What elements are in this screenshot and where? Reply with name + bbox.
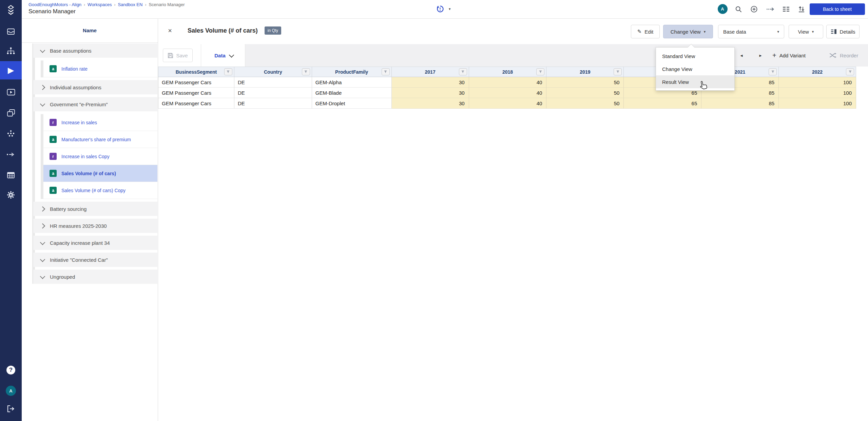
filter-button[interactable] [459,68,467,75]
tree-group-base-assumptions[interactable]: Base assumptions [33,43,157,58]
tree-group-battery-sourcing[interactable]: Battery sourcing [33,202,157,216]
filter-button[interactable] [536,68,544,75]
tree-item-increase-in-sales-copy[interactable]: r Increase in sales Copy [43,148,157,165]
breadcrumb-link[interactable]: GoodEnoughMotors - Align [28,2,81,7]
assumption-type-badge: a [50,187,57,194]
video-icon[interactable] [0,83,22,101]
prev-variant-button[interactable]: ◂ [737,51,746,59]
view-button[interactable]: View ▾ [789,25,823,38]
chevron-down-icon: ▾ [812,30,814,34]
menu-item-result-view[interactable]: Result View [656,75,734,88]
filter-button[interactable] [846,68,854,75]
value-cell[interactable]: 40 [469,77,547,88]
filter-button[interactable] [382,68,390,75]
table-cell: DE [234,88,312,98]
add-variant-button[interactable]: + Add Variant [772,44,806,67]
value-cell[interactable]: 100 [779,88,856,98]
value-cell[interactable]: 50 [546,77,624,88]
list-icon[interactable] [781,4,791,14]
value-cell[interactable]: 30 [392,77,469,88]
menu-item-change-view[interactable]: Change View [656,62,734,75]
assumption-type-badge: a [50,136,57,143]
value-cell[interactable]: 100 [779,77,856,88]
value-cell[interactable]: 100 [779,98,856,109]
breadcrumb: GoodEnoughMotors - Align › Workspaces › … [28,2,185,7]
value-cell[interactable]: 50 [546,88,624,98]
funnel-icon [771,70,775,74]
panel-title: Sales Volume (# of cars) in Qty [188,26,281,35]
tree-group-individual-assumptions[interactable]: Individual assumptions [33,80,157,94]
tree-group-capacity-increase[interactable]: Capacity increase plant 34 [33,236,157,250]
tree-item-increase-in-sales[interactable]: r Increase in sales [43,114,157,131]
filter-button[interactable] [614,68,622,75]
search-icon[interactable] [733,4,744,14]
save-button[interactable]: Save [163,49,193,62]
back-to-sheet-button[interactable]: Back to sheet [810,3,865,15]
edit-button[interactable]: ✎ Edit [631,25,660,38]
arrow-right-icon[interactable] [0,145,22,164]
data-tab[interactable]: Data [205,44,243,67]
reorder-button[interactable]: Reorder [829,44,858,67]
history-control[interactable]: ▾ [436,5,451,13]
change-view-button[interactable]: Change View ▾ [663,25,713,38]
org-chart-icon[interactable] [0,42,22,60]
chevron-down-icon [40,240,45,245]
value-cell[interactable]: 65 [624,98,701,109]
filter-button[interactable] [769,68,777,75]
gear-icon[interactable] [0,186,22,204]
tree-group-ungrouped[interactable]: Ungrouped [33,270,157,284]
chevron-down-icon: ▾ [777,30,779,34]
tree-group-label: Government "e-Premium" [50,102,108,107]
value-cell[interactable]: 40 [469,98,547,109]
sidebar-user-avatar[interactable]: A [0,382,22,400]
slides-copy-icon[interactable] [0,104,22,122]
header-country: Country [234,67,312,77]
assumption-type-badge: r [50,119,57,126]
header-productfamily: ProductFamily [312,67,392,77]
sign-out-icon[interactable] [0,400,22,418]
tree-item-manufacturers-share[interactable]: a Manufacturer's share of premium [43,131,157,148]
jump-arrow-icon[interactable] [766,4,776,14]
tree-item-sales-volume-copy[interactable]: a Sales Volume (# of cars) Copy [43,182,157,199]
help-icon[interactable]: ? [0,361,22,379]
header-2022: 2022 [779,67,856,77]
filter-button[interactable] [224,68,232,75]
chevron-down-icon [40,257,45,262]
play-icon[interactable]: ▶ [0,61,22,79]
breadcrumb-link[interactable]: Workspaces [88,2,112,7]
table-row: GEM Passenger Cars DE GEM-Alpha 30 40 50… [158,77,856,88]
tree-group-initiative-connected-car[interactable]: Initiative "Connected Car" [33,253,157,267]
tree-group-government-e-premium[interactable]: Government "e-Premium" [33,97,157,111]
inbox-icon[interactable] [0,22,22,41]
value-cell[interactable]: 30 [392,98,469,109]
breadcrumb-link[interactable]: Sandbox EN [118,2,142,7]
base-data-select[interactable]: Base data ▾ [718,25,784,38]
network-dots-icon[interactable] [0,124,22,143]
add-circle-icon[interactable] [749,4,759,14]
next-variant-button[interactable]: ▸ [756,51,765,59]
tree-item-sales-volume-selected[interactable]: a Sales Volume (# of cars) [43,165,157,182]
top-header-bar: GoodEnoughMotors - Align › Workspaces › … [22,0,868,19]
value-cell[interactable]: 40 [469,88,547,98]
value-cell[interactable]: 50 [546,98,624,109]
table-icon[interactable] [0,166,22,184]
value-cell[interactable]: 30 [392,88,469,98]
history-icon [436,5,444,13]
details-button[interactable]: Details [826,25,860,38]
tree-header: Name [22,18,158,43]
value-cell[interactable]: 85 [701,98,779,109]
filter-button[interactable] [302,68,310,75]
breadcrumb-current: Scenario Manager [149,2,185,7]
tree-item-label: Increase in sales [61,120,97,125]
close-icon[interactable]: × [165,26,175,35]
tree-group-hr-measures[interactable]: HR measures 2025-2030 [33,219,157,233]
menu-item-standard-view[interactable]: Standard View [656,50,734,62]
sort-icon[interactable] [796,4,807,14]
chevron-down-icon [40,274,45,279]
table-row: GEM Passenger Cars DE GEM-Blade 30 40 50… [158,88,856,98]
grid-header-row: BusinessSegment Country ProductFamily 20… [158,67,856,77]
tree-item-inflation-rate[interactable]: a Inflation rate [43,60,157,77]
funnel-icon [461,70,465,74]
topbar-user-avatar[interactable]: A [717,4,728,14]
table-cell: GEM-Droplet [312,98,392,109]
